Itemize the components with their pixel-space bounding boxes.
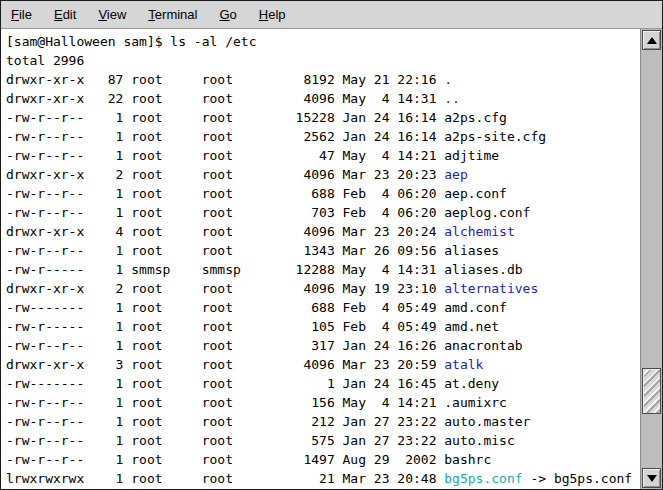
file-name: alternatives	[444, 281, 538, 296]
scrollbar-thumb[interactable]	[642, 368, 661, 414]
triangle-down-icon	[647, 475, 657, 482]
file-name: ..	[444, 91, 460, 106]
menu-item-terminal[interactable]: Terminal	[148, 7, 197, 22]
file-name: aep	[444, 167, 467, 182]
terminal-output: [sam@Halloween sam]$ ls -al /etc total 2…	[1, 29, 640, 488]
file-name: anacrontab	[444, 338, 522, 353]
file-name: amd.net	[444, 319, 499, 334]
file-name: bg5ps.conf	[444, 471, 522, 486]
file-name: adjtime	[444, 148, 499, 163]
file-name: atalk	[444, 357, 483, 372]
scroll-up-button[interactable]	[642, 30, 661, 50]
menu-item-go[interactable]: Go	[219, 7, 236, 22]
file-name: auto.misc	[444, 433, 514, 448]
menu-item-edit[interactable]: Edit	[54, 7, 76, 22]
file-name: amd.conf	[444, 300, 507, 315]
file-name: aliases	[444, 243, 499, 258]
terminal-screen[interactable]: [sam@Halloween sam]$ ls -al /etc total 2…	[1, 29, 640, 489]
triangle-up-icon	[647, 37, 657, 44]
scroll-down-button[interactable]	[642, 468, 661, 488]
file-name: a2ps-site.cfg	[444, 129, 546, 144]
file-name: at.deny	[444, 376, 499, 391]
terminal-window: FileEditViewTerminalGoHelp [sam@Hallowee…	[0, 0, 663, 490]
menu-item-file[interactable]: File	[11, 7, 32, 22]
file-name: bashrc	[444, 452, 491, 467]
file-name: auto.master	[444, 414, 530, 429]
file-name: alchemist	[444, 224, 514, 239]
scrollbar[interactable]	[640, 29, 662, 489]
file-name: aliases.db	[444, 262, 522, 277]
menu-bar: FileEditViewTerminalGoHelp	[1, 1, 662, 29]
file-name: aep.conf	[444, 186, 507, 201]
file-name: .aumixrc	[444, 395, 507, 410]
menu-item-view[interactable]: View	[98, 7, 126, 22]
menu-item-help[interactable]: Help	[259, 7, 286, 22]
file-name: aeplog.conf	[444, 205, 530, 220]
file-name: .	[444, 72, 452, 87]
file-name: a2ps.cfg	[444, 110, 507, 125]
